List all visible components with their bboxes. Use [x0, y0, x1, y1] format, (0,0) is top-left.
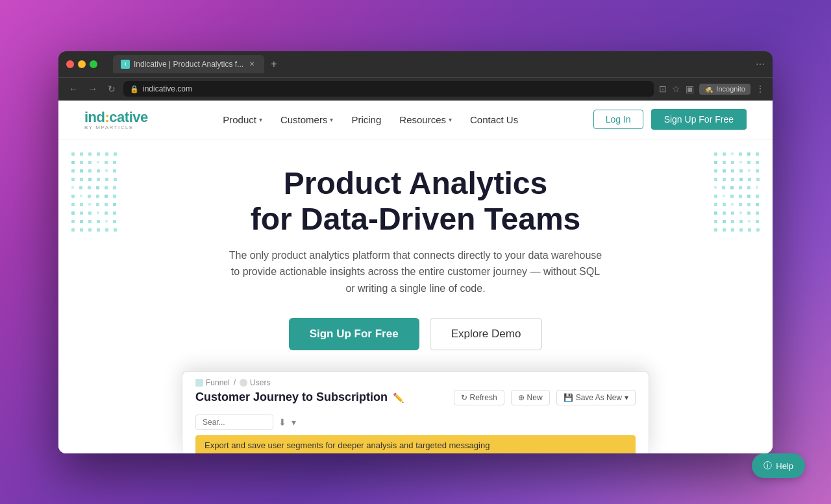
funnel-icon — [195, 379, 203, 387]
close-button[interactable] — [66, 60, 74, 68]
edit-icon[interactable]: ✏️ — [393, 392, 404, 403]
demo-title-row: Customer Journey to Subscription ✏️ ↻ Re… — [182, 390, 649, 412]
incognito-icon: 🕵 — [704, 85, 713, 93]
toolbar-actions: ⊡ ☆ ▣ 🕵 Incognito ⋮ — [659, 84, 765, 95]
customers-chevron-icon: ▾ — [330, 116, 333, 123]
address-bar[interactable]: 🔒 indicative.com — [123, 81, 654, 97]
help-button[interactable]: ⓘ Help — [752, 453, 805, 478]
security-icon: 🔒 — [130, 85, 139, 93]
browser-window: i Indicative | Product Analytics f... ✕ … — [58, 51, 773, 453]
demo-chart-title: Customer Journey to Subscription ✏️ — [195, 390, 404, 404]
hero-cta-row: Sign Up For Free Explore Demo — [289, 318, 543, 350]
help-icon: ⓘ — [763, 460, 772, 472]
back-button[interactable]: ← — [66, 82, 81, 95]
site-logo[interactable]: ind:cative BY MPARTICLE — [84, 109, 148, 130]
browser-toolbar: ← → ↻ 🔒 indicative.com ⊡ ☆ ▣ 🕵 Incognito… — [58, 77, 773, 101]
users-icon — [240, 379, 247, 387]
help-label: Help — [776, 461, 793, 471]
new-button[interactable]: ⊕ New — [511, 390, 550, 405]
save-as-new-button[interactable]: 💾 Save As New ▾ — [556, 390, 636, 405]
demo-title-actions: ↻ Refresh ⊕ New 💾 Save As New ▾ — [454, 390, 636, 405]
reload-button[interactable]: ↻ — [105, 82, 118, 95]
refresh-button[interactable]: ↻ Refresh — [454, 390, 504, 405]
breadcrumb-funnel: Funnel — [195, 378, 230, 387]
nav-contact[interactable]: Contact Us — [470, 114, 518, 125]
incognito-label: Incognito — [716, 85, 745, 93]
nav-links: Product ▾ Customers ▾ Pricing Resources … — [223, 114, 518, 125]
nav-customers[interactable]: Customers ▾ — [280, 114, 334, 125]
save-icon: 💾 — [564, 393, 573, 402]
tab-favicon: i — [121, 60, 130, 69]
site-navigation: ind:cative BY MPARTICLE Product ▾ Custom… — [58, 101, 773, 139]
window-controls-icon[interactable]: ⋯ — [756, 59, 765, 69]
product-chevron-icon: ▾ — [259, 116, 262, 123]
nav-resources[interactable]: Resources ▾ — [399, 114, 452, 125]
dot-grid-right — [714, 152, 760, 237]
nav-pricing[interactable]: Pricing — [351, 114, 381, 125]
signup-button[interactable]: Sign Up For Free — [651, 109, 747, 130]
logo-text: ind:cative — [84, 109, 148, 126]
dot-grid-left — [71, 152, 117, 237]
tab-close-button[interactable]: ✕ — [247, 60, 256, 69]
demo-container: Funnel / Users Customer Journey to Subsc… — [182, 371, 649, 453]
demo-search-input[interactable] — [195, 414, 273, 430]
demo-breadcrumb: Funnel / Users — [182, 372, 649, 390]
nav-product[interactable]: Product ▾ — [223, 114, 262, 125]
active-tab[interactable]: i Indicative | Product Analytics f... ✕ — [113, 55, 264, 73]
hero-title: Product Analytics for Data-Driven Teams — [251, 165, 581, 237]
website-content: ind:cative BY MPARTICLE Product ▾ Custom… — [58, 101, 773, 453]
demo-search-bar: ⬇ ▾ — [182, 412, 649, 435]
login-button[interactable]: Log In — [593, 110, 643, 129]
traffic-lights — [66, 60, 97, 68]
logo-subtitle: BY MPARTICLE — [84, 125, 148, 130]
new-tab-button[interactable]: + — [267, 58, 280, 70]
tab-bar: i Indicative | Product Analytics f... ✕ … — [113, 55, 750, 73]
forward-button[interactable]: → — [86, 82, 100, 95]
hero-subtitle: The only product analytics platform that… — [227, 247, 604, 297]
bookmark-icon[interactable]: ☆ — [672, 84, 680, 94]
refresh-icon: ↻ — [461, 393, 467, 402]
minimize-button[interactable] — [78, 60, 86, 68]
menu-icon[interactable]: ⋮ — [756, 84, 765, 94]
breadcrumb-users: Users — [240, 378, 270, 387]
sidebar-icon[interactable]: ▣ — [686, 84, 694, 94]
cta-signup-button[interactable]: Sign Up For Free — [289, 318, 419, 350]
url-display: indicative.com — [143, 84, 192, 93]
browser-titlebar: i Indicative | Product Analytics f... ✕ … — [58, 51, 773, 77]
save-chevron-icon: ▾ — [625, 393, 628, 402]
resources-chevron-icon: ▾ — [449, 116, 452, 123]
plus-icon: ⊕ — [518, 393, 525, 402]
demo-banner: Export and save user segments for deeper… — [195, 435, 636, 453]
cast-icon[interactable]: ⊡ — [659, 84, 667, 94]
tab-title: Indicative | Product Analytics f... — [134, 60, 243, 69]
hero-section: Product Analytics for Data-Driven Teams … — [58, 139, 773, 453]
cta-demo-button[interactable]: Explore Demo — [430, 318, 543, 350]
nav-actions: Log In Sign Up For Free — [593, 109, 747, 130]
download-icon[interactable]: ⬇ — [279, 417, 286, 427]
incognito-badge: 🕵 Incognito — [699, 84, 750, 95]
fullscreen-button[interactable] — [90, 60, 97, 68]
more-options-icon[interactable]: ▾ — [291, 417, 296, 427]
